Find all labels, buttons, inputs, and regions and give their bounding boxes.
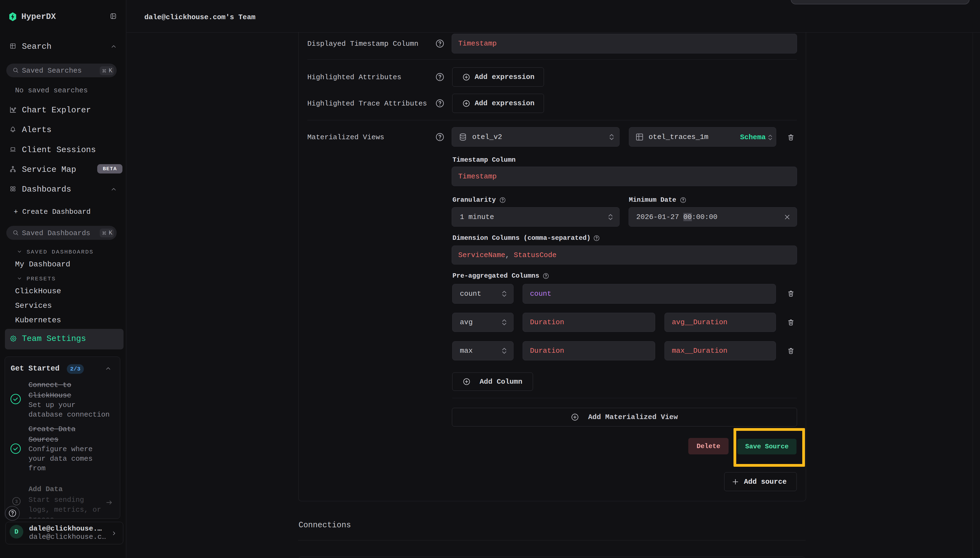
svg-text:3: 3 [15, 499, 18, 504]
